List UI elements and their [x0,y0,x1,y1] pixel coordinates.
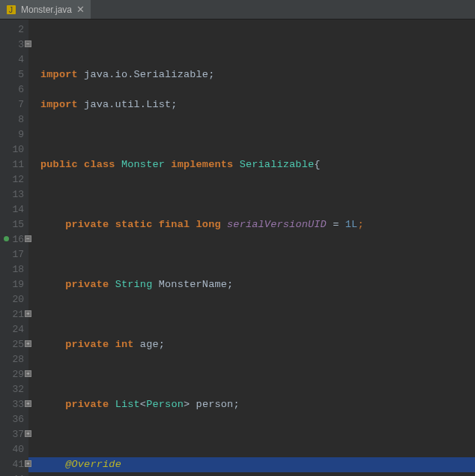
line-number: 25 [3,337,24,352]
fold-toggle-icon[interactable] [25,40,31,47]
line-number: 2 [3,22,24,37]
code-line: private int age; [40,337,475,352]
code-line [40,307,475,322]
code-line: private String MonsterName; [40,277,475,292]
tab-bar: J Monster.java ✕ [0,0,475,19]
code-line-highlighted: @Override [28,457,475,472]
line-number: 10 [3,142,24,157]
line-number: 8 [3,112,24,127]
line-number: 29 [3,367,24,382]
line-number: 6 [3,82,24,97]
line-number: 9 [3,127,24,142]
fold-toggle-icon[interactable] [25,370,31,377]
code-line: private List<Person> person; [40,397,475,412]
fold-toggle-icon[interactable] [25,400,31,407]
line-number: 24 [3,322,24,337]
line-number: 19 [3,277,24,292]
code-line: import java.util.List; [40,97,475,112]
line-number: 12 [3,172,24,187]
tab-filename: Monster.java [21,4,72,15]
fold-toggle-icon[interactable] [25,460,31,467]
line-number: 37 [3,427,24,442]
line-number: 14 [3,202,24,217]
line-number: 15 [3,217,24,232]
editor-tab[interactable]: J Monster.java ✕ [0,0,91,19]
line-number: 41 [3,457,24,472]
line-number: 4 [3,52,24,67]
fold-toggle-icon[interactable] [25,310,31,317]
code-line [40,37,475,52]
fold-toggle-icon[interactable] [25,430,31,437]
fold-toggle-icon[interactable] [25,235,31,242]
line-number: 7 [3,97,24,112]
code-line [40,367,475,382]
line-number: 40 [3,442,24,457]
line-number: 17 [3,247,24,262]
fold-toggle-icon[interactable] [25,340,31,347]
code-line [40,427,475,442]
override-marker-icon[interactable] [4,236,9,241]
code-editor[interactable]: 2 3 4 5 6 7 8 9 10 11 12 13 14 15 16 17 … [0,19,475,476]
line-number: 18 [3,262,24,277]
line-number: 13 [3,187,24,202]
line-number: 16 [3,232,24,247]
code-line [40,187,475,202]
java-file-icon: J [6,4,16,15]
code-line [40,247,475,262]
line-number: 20 [3,292,24,307]
code-line: public class Monster implements Serializ… [40,157,475,172]
code-line: import java.io.Serializable; [40,67,475,82]
line-number: 11 [3,157,24,172]
code-line: private static final long serialVersionU… [40,217,475,232]
line-number: 44 [3,472,24,476]
line-number: 33 [3,397,24,412]
line-number: 32 [3,382,24,397]
line-number-gutter: 2 3 4 5 6 7 8 9 10 11 12 13 14 15 16 17 … [0,19,28,476]
svg-text:J: J [9,6,13,14]
code-area[interactable]: import java.io.Serializable; import java… [28,19,475,476]
line-number: 21 [3,307,24,322]
code-line [40,127,475,142]
line-number: 28 [3,352,24,367]
line-number: 5 [3,67,24,82]
line-number: 3 [3,37,24,52]
line-number: 36 [3,412,24,427]
close-icon[interactable]: ✕ [76,4,85,15]
